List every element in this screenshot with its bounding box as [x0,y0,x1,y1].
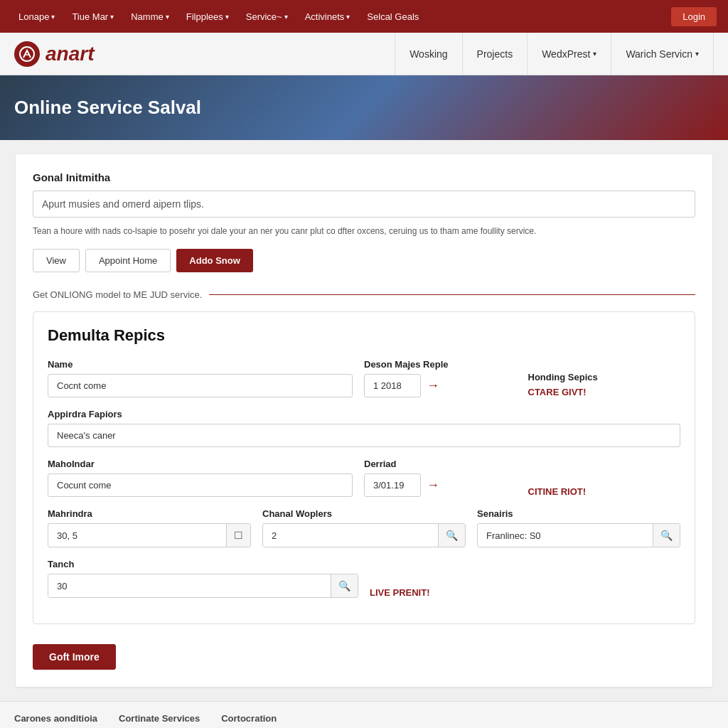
date-input-2[interactable] [364,473,421,497]
arrow-icon-1: → [427,378,439,393]
form-section-title: Demulta Repics [48,326,680,345]
page-title: Online Service Salval [14,97,714,119]
chevron-down-icon: ▾ [695,50,699,58]
status-badge-3: LIVE PRENIT! [370,587,680,598]
form-row-1: Name Deson Majes Reple → Honding Sepics … [48,359,680,397]
honding-group: Honding Sepics CTARE GIVT! [528,372,681,397]
date-arrow-group-2: → [364,473,517,497]
maholndar-input[interactable] [48,473,353,497]
status-badge-1: CTARE GIVT! [528,387,681,397]
deson-group: Deson Majes Reple → [364,359,517,397]
top-nav-tiuemar[interactable]: Tiue Mar ▾ [65,0,121,33]
date-input-1[interactable] [364,374,421,397]
add-snow-button[interactable]: Addo Snow [176,249,253,272]
form-section: Demulta Repics Name Deson Majes Reple → … [33,311,695,624]
main-content: Gonal Initmitha Tean a houre with nads c… [0,140,728,701]
logo-text: anart [46,43,94,65]
status2-group: CITINE RIOT! [528,469,681,497]
senairis-input[interactable] [478,525,653,547]
view-button[interactable]: View [33,249,80,272]
sec-nav-projects[interactable]: Projects [463,33,528,75]
top-nav-activinets[interactable]: Activinets ▾ [298,0,358,33]
footer-navigation: Carones aonditioia Cortinate Services Co… [0,701,728,728]
tanch-group: Tanch 🔍 [48,559,358,598]
hero-banner: Online Service Salval [0,75,728,140]
top-nav-service[interactable]: Service~ ▾ [239,0,295,33]
form-row-3: MahoIndar Derriad → CITINE RIOT! [48,459,680,497]
senairis-group: Senairis 🔍 [477,508,680,547]
name-group: Name [48,359,353,397]
derriad-label: Derriad [364,459,517,469]
section-divider: Get ONLIONG model to ME JUD service. [33,289,695,300]
chevron-down-icon: ▾ [346,13,350,21]
sec-nav-wedxprest[interactable]: WedxPrest ▾ [528,33,611,75]
arrow-icon-2: → [427,478,439,493]
additional-input[interactable] [48,424,680,447]
sec-nav-wosking[interactable]: Wosking [395,33,462,75]
mahrindra-input-group: ☐ [48,523,251,547]
main-card: Gonal Initmitha Tean a houre with nads c… [16,154,712,687]
mahrindra-input[interactable] [48,525,226,547]
chevron-down-icon: ▾ [166,13,169,21]
logo-area[interactable]: anart [14,41,94,67]
chanal-group: Chanal Woplers 🔍 [262,508,466,547]
promo-text: Get ONLIONG model to ME JUD service. [33,289,202,300]
top-nav-filpplees[interactable]: Filpplees ▾ [179,0,236,33]
deson-label: Deson Majes Reple [364,359,517,370]
tanch-input[interactable] [48,575,331,597]
chevron-down-icon: ▾ [284,13,288,21]
footer-item-cortinate[interactable]: Cortinate Services [119,713,200,724]
mahrindra-icon-btn[interactable]: ☐ [226,524,250,547]
additional-label: Appirdra Fapiors [48,409,680,419]
form-row-2: Appirdra Fapiors [48,409,680,447]
divider-line [209,294,695,295]
form-row-4: Mahrindra ☐ Chanal Woplers 🔍 Senairis [48,508,680,598]
chevron-down-icon: ▾ [110,13,114,21]
status3-group: LIVE PRENIT! [370,570,680,598]
tanch-label: Tanch [48,559,358,569]
logo-icon [14,41,40,67]
chanal-input[interactable] [263,525,438,547]
general-info-input[interactable] [33,191,695,218]
login-button[interactable]: Login [671,7,717,26]
general-section-title: Gonal Initmitha [33,171,695,183]
name-label: Name [48,359,353,370]
mahrindra-label: Mahrindra [48,508,251,519]
tanch-input-group: 🔍 [48,574,358,598]
top-nav-selcal[interactable]: Selcal Geals [360,0,426,33]
maholndar-label: MahoIndar [48,459,353,469]
tanch-search-btn[interactable]: 🔍 [331,574,358,597]
top-nav-namme[interactable]: Namme ▾ [124,0,176,33]
name-input[interactable] [48,374,353,397]
chevron-down-icon: ▾ [593,50,596,58]
maholndar-group: MahoIndar [48,459,353,497]
senairis-search-btn[interactable]: 🔍 [653,524,680,547]
chevron-down-icon: ▾ [51,13,55,21]
senairis-label: Senairis [477,508,680,519]
info-text: Tean a houre with nads co-lsapie to pose… [33,225,695,237]
honding-label: Honding Sepics [528,372,681,382]
chanal-input-group: 🔍 [262,523,466,547]
top-nav-lonape[interactable]: Lonape ▾ [11,0,62,33]
mahrindra-group: Mahrindra ☐ [48,508,251,547]
date-arrow-group-1: → [364,374,517,397]
secondary-nav-links: Wosking Projects WedxPrest ▾ Warich Serv… [395,33,714,75]
chanal-label: Chanal Woplers [262,508,466,519]
senairis-input-group: 🔍 [477,523,680,547]
footer-item-carones[interactable]: Carones aonditioia [14,713,97,724]
chanal-search-btn[interactable]: 🔍 [438,524,465,547]
secondary-navigation: anart Wosking Projects WedxPrest ▾ Waric… [0,33,728,75]
appoint-home-button[interactable]: Appoint Home [85,249,171,272]
status-badge-2: CITINE RIOT! [528,486,681,497]
more-button[interactable]: Goft Imore [33,644,116,670]
action-buttons: View Appoint Home Addo Snow [33,249,695,272]
sec-nav-warich[interactable]: Warich Servicn ▾ [611,33,714,75]
additional-group: Appirdra Fapiors [48,409,680,447]
chevron-down-icon: ▾ [225,13,229,21]
footer-item-cortocration[interactable]: Cortocration [221,713,277,724]
derriad-group: Derriad → [364,459,517,497]
top-navigation: Lonape ▾ Tiue Mar ▾ Namme ▾ Filpplees ▾ … [0,0,728,33]
